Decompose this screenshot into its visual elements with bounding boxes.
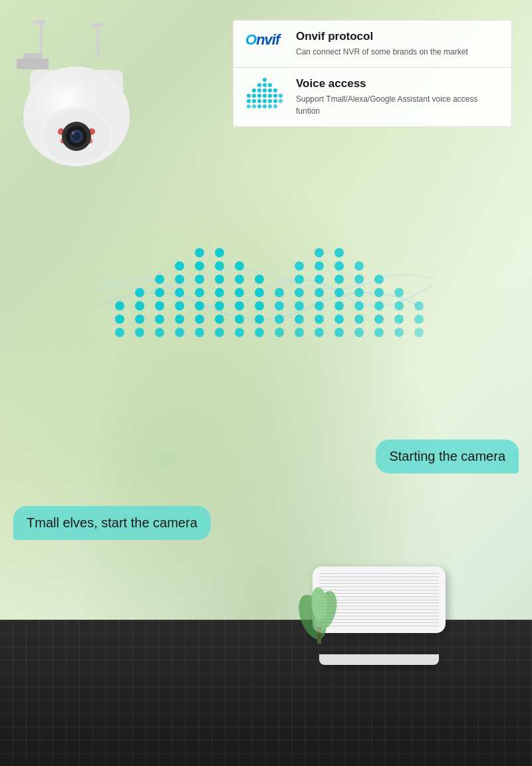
svg-point-132 xyxy=(394,315,404,324)
voice-card: Voice access Support Tmall/Alexa/Google … xyxy=(233,67,512,127)
svg-point-135 xyxy=(414,315,424,324)
svg-point-130 xyxy=(394,288,404,297)
svg-point-84 xyxy=(235,261,244,271)
svg-point-25 xyxy=(247,104,251,108)
svg-point-59 xyxy=(155,275,164,284)
svg-point-128 xyxy=(374,315,384,324)
svg-point-66 xyxy=(175,288,184,297)
svg-point-124 xyxy=(354,328,364,337)
voice-desc: Support Tmall/Alexa/Google Assistant voi… xyxy=(296,93,499,117)
svg-point-109 xyxy=(315,301,324,311)
svg-point-125 xyxy=(374,275,384,284)
svg-point-115 xyxy=(334,288,344,297)
svg-point-92 xyxy=(255,301,264,311)
svg-point-82 xyxy=(215,315,224,324)
svg-point-71 xyxy=(195,261,204,271)
info-cards: Onvif Onvif protocol Can connect NVR of … xyxy=(233,20,512,127)
svg-point-100 xyxy=(295,275,304,284)
onvif-title: Onvif protocol xyxy=(296,30,499,43)
svg-point-123 xyxy=(354,315,364,324)
svg-point-127 xyxy=(374,301,384,311)
svg-point-34 xyxy=(257,104,261,108)
svg-point-64 xyxy=(175,261,184,271)
svg-point-96 xyxy=(275,301,284,311)
svg-rect-2 xyxy=(96,23,99,57)
svg-point-41 xyxy=(268,83,272,87)
svg-point-62 xyxy=(155,315,164,324)
svg-point-30 xyxy=(257,83,261,87)
svg-point-35 xyxy=(263,78,267,82)
svg-point-94 xyxy=(255,328,264,337)
svg-point-104 xyxy=(295,328,304,337)
svg-point-85 xyxy=(235,275,244,284)
svg-point-47 xyxy=(273,94,277,98)
svg-point-86 xyxy=(235,288,244,297)
svg-point-39 xyxy=(263,99,267,103)
svg-point-60 xyxy=(155,288,164,297)
svg-point-37 xyxy=(263,88,267,92)
voice-card-text: Voice access Support Tmall/Alexa/Google … xyxy=(296,77,499,117)
svg-point-32 xyxy=(257,94,261,98)
svg-point-122 xyxy=(354,301,364,311)
svg-point-136 xyxy=(414,328,424,337)
svg-point-68 xyxy=(175,315,184,324)
svg-point-44 xyxy=(268,99,272,103)
svg-point-108 xyxy=(315,288,324,297)
svg-point-51 xyxy=(279,99,283,103)
svg-point-61 xyxy=(155,301,164,311)
svg-point-121 xyxy=(354,288,364,297)
svg-point-103 xyxy=(295,315,304,324)
svg-point-110 xyxy=(315,315,324,324)
svg-point-131 xyxy=(394,301,404,311)
svg-point-31 xyxy=(257,88,261,92)
voice-title: Voice access xyxy=(296,77,499,90)
svg-point-95 xyxy=(275,288,284,297)
camera-illustration xyxy=(3,20,150,213)
plant-decoration xyxy=(293,564,346,646)
svg-point-74 xyxy=(195,301,204,311)
svg-point-69 xyxy=(175,328,184,337)
svg-point-98 xyxy=(275,328,284,337)
svg-point-70 xyxy=(195,248,204,257)
svg-point-42 xyxy=(268,88,272,92)
speaker-base xyxy=(319,654,439,665)
svg-point-52 xyxy=(115,301,124,311)
svg-point-90 xyxy=(255,275,264,284)
svg-point-53 xyxy=(115,315,124,324)
svg-point-120 xyxy=(354,275,364,284)
svg-point-36 xyxy=(263,83,267,87)
svg-point-27 xyxy=(252,94,256,98)
voice-icon xyxy=(245,77,285,109)
svg-point-83 xyxy=(215,328,224,337)
onvif-card-text: Onvif protocol Can connect NVR of some b… xyxy=(296,30,499,58)
svg-point-107 xyxy=(315,275,324,284)
svg-point-78 xyxy=(215,261,224,271)
svg-point-49 xyxy=(273,104,277,108)
svg-point-29 xyxy=(252,104,256,108)
svg-point-28 xyxy=(252,99,256,103)
svg-point-45 xyxy=(268,104,272,108)
svg-point-87 xyxy=(235,301,244,311)
sound-wave-dots xyxy=(100,219,432,366)
onvif-card: Onvif Onvif protocol Can connect NVR of … xyxy=(233,20,512,67)
svg-rect-140 xyxy=(317,627,321,644)
svg-point-113 xyxy=(334,261,344,271)
left-bubble-text: Tmall elves, start the camera xyxy=(27,515,198,530)
right-speech-bubble: Starting the camera xyxy=(376,440,519,473)
svg-point-119 xyxy=(354,261,364,271)
svg-point-33 xyxy=(257,99,261,103)
svg-point-77 xyxy=(215,248,224,257)
svg-point-106 xyxy=(315,261,324,271)
svg-point-88 xyxy=(235,315,244,324)
svg-point-75 xyxy=(195,315,204,324)
svg-point-101 xyxy=(295,288,304,297)
svg-point-23 xyxy=(247,94,251,98)
svg-point-50 xyxy=(279,94,283,98)
svg-point-112 xyxy=(334,248,344,257)
svg-point-118 xyxy=(334,328,344,337)
svg-point-76 xyxy=(195,328,204,337)
left-speech-bubble: Tmall elves, start the camera xyxy=(13,506,211,540)
svg-point-40 xyxy=(263,104,267,108)
svg-point-67 xyxy=(175,301,184,311)
svg-point-43 xyxy=(268,94,272,98)
